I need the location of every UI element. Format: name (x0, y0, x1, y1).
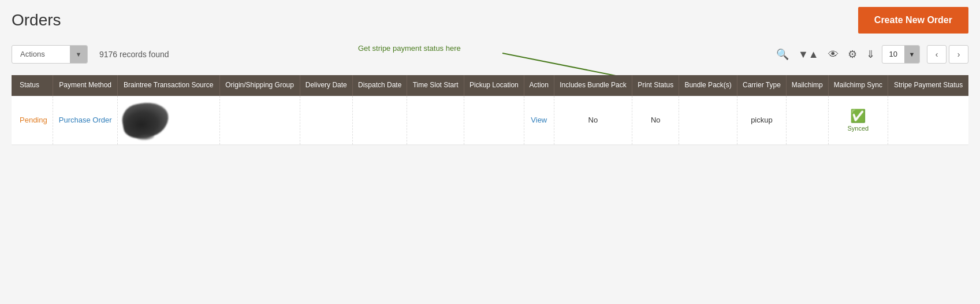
col-payment-method: Payment Method (53, 75, 117, 96)
filter-icon[interactable]: ▼▲ (798, 49, 819, 61)
cell-delivery-date (300, 96, 352, 145)
cell-print-status: No (632, 96, 679, 145)
table-header-row: Status Payment Method Braintree Transact… (12, 75, 968, 96)
synced-status: ✅ Synced (833, 109, 884, 132)
cell-status: Pending (12, 96, 53, 145)
cell-mailchimp (786, 96, 828, 145)
records-count: 9176 records found (99, 50, 169, 59)
col-mailchimp-sync: Mailchimp Sync (828, 75, 888, 96)
page-wrapper: Orders Create New Order Actions ▼ 9176 r… (0, 0, 980, 304)
create-new-order-button[interactable]: Create New Order (858, 7, 968, 34)
cell-pickup-location (464, 96, 524, 145)
page-title: Orders (12, 11, 61, 29)
col-bundle-packs: Bundle Pack(s) (679, 75, 737, 96)
col-delivery-date: Delivery Date (300, 75, 352, 96)
col-origin: Origin/Shipping Group (219, 75, 300, 96)
view-link[interactable]: View (531, 116, 547, 124)
actions-label: Actions (12, 45, 70, 64)
col-includes-bundle: Includes Bundle Pack (554, 75, 632, 96)
cell-origin (219, 96, 300, 145)
col-status: Status (12, 75, 53, 96)
per-page-value: 10 (882, 45, 904, 64)
cell-time-slot (407, 96, 464, 145)
download-icon[interactable]: ⇓ (866, 48, 875, 61)
cell-mailchimp-sync: ✅ Synced (828, 96, 888, 145)
cell-braintree (117, 96, 219, 145)
col-action: Action (524, 75, 554, 96)
toolbar: Actions ▼ 9176 records found 🔍 ▼▲ 👁 ⚙ ⇓ … (0, 40, 980, 68)
pagination-prev[interactable]: ‹ (927, 45, 947, 64)
per-page-arrow[interactable]: ▼ (904, 45, 919, 64)
cell-stripe-payment (888, 96, 968, 145)
cell-action: View (524, 96, 554, 145)
synced-check-icon: ✅ (850, 109, 866, 124)
cell-carrier-type: pickup (737, 96, 787, 145)
pagination-buttons: ‹ › (927, 45, 968, 64)
status-pending: Pending (20, 116, 47, 124)
page-header: Orders Create New Order (0, 0, 980, 40)
search-icon[interactable]: 🔍 (776, 48, 789, 61)
col-dispatch-date: Dispatch Date (352, 75, 407, 96)
view-icon[interactable]: 👁 (828, 49, 839, 61)
pagination-next[interactable]: › (949, 45, 968, 64)
col-print-status: Print Status (632, 75, 679, 96)
col-time-slot: Time Slot Start (407, 75, 464, 96)
cell-payment-method: Purchase Order (53, 96, 117, 145)
col-pickup-location: Pickup Location (464, 75, 524, 96)
cell-bundle-packs (679, 96, 737, 145)
col-stripe-payment: Stripe Payment Status (888, 75, 968, 96)
cell-includes-bundle: No (554, 96, 632, 145)
toolbar-icons: 🔍 ▼▲ 👁 ⚙ ⇓ (776, 48, 875, 61)
synced-label: Synced (848, 125, 869, 132)
actions-dropdown[interactable]: Actions ▼ (12, 45, 88, 64)
col-mailchimp: Mailchimp (786, 75, 828, 96)
payment-method-link[interactable]: Purchase Order (59, 116, 112, 124)
settings-icon[interactable]: ⚙ (848, 48, 857, 61)
col-braintree: Braintree Transaction Source (117, 75, 219, 96)
blot-redacted (120, 99, 171, 141)
actions-dropdown-arrow[interactable]: ▼ (70, 45, 87, 64)
table-container: Status Payment Method Braintree Transact… (0, 75, 980, 145)
table-row: Pending Purchase Order View (12, 96, 968, 145)
orders-table: Status Payment Method Braintree Transact… (12, 75, 968, 145)
cell-dispatch-date (352, 96, 407, 145)
col-carrier-type: Carrier Type (737, 75, 787, 96)
per-page-select[interactable]: 10 ▼ (882, 45, 920, 64)
